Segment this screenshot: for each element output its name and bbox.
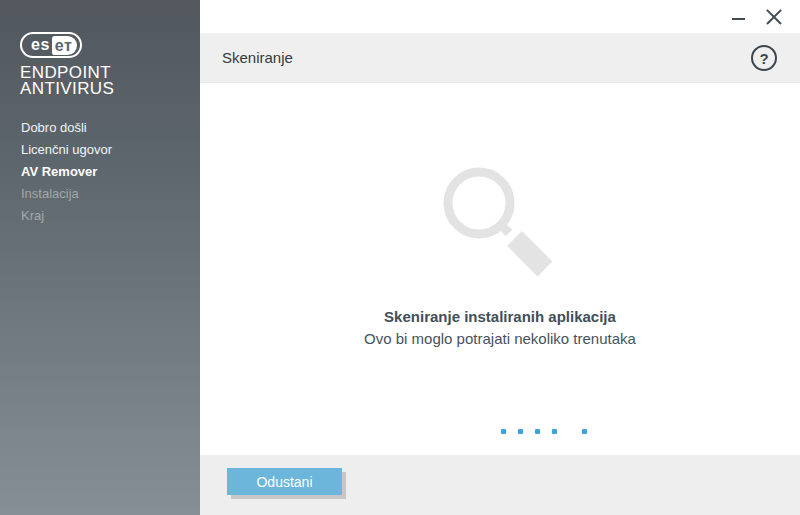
wizard-step-license: Licenčni ugovor xyxy=(0,139,200,161)
titlebar xyxy=(200,0,800,33)
footer-bar: Odustani xyxy=(200,455,800,515)
magnifier-icon xyxy=(434,158,564,288)
close-button[interactable] xyxy=(756,0,792,33)
loader-dot xyxy=(501,429,506,434)
eset-logo: es ет ENDPOINT ANTIVIRUS xyxy=(20,32,114,97)
loader-dot xyxy=(518,429,523,434)
eset-brand-icon: es ет xyxy=(20,32,82,58)
close-icon xyxy=(765,8,783,26)
wizard-step-finish: Kraj xyxy=(0,205,200,227)
wizard-step-av-remover: AV Remover xyxy=(0,161,200,183)
product-name-line2: ANTIVIRUS xyxy=(20,81,114,97)
minimize-button[interactable] xyxy=(720,0,756,33)
page-header: Skeniranje ? xyxy=(200,33,800,83)
help-button[interactable]: ? xyxy=(751,45,777,71)
loader-dot xyxy=(535,429,540,434)
minimize-icon xyxy=(732,18,745,20)
wizard-step-welcome: Dobro došli xyxy=(0,117,200,139)
wizard-step-installation: Instalacija xyxy=(0,183,200,205)
loader-dot xyxy=(552,429,557,434)
wizard-steps: Dobro došli Licenčni ugovor AV Remover I… xyxy=(0,117,200,227)
question-mark-icon: ? xyxy=(759,50,768,67)
page-title: Skeniranje xyxy=(222,33,293,83)
scan-panel: Skeniranje instaliranih aplikacija Ovo b… xyxy=(200,84,800,455)
window-controls xyxy=(720,0,792,33)
eset-brand-right: ет xyxy=(52,36,78,55)
cancel-button[interactable]: Odustani xyxy=(227,468,342,495)
sidebar: es ет ENDPOINT ANTIVIRUS Dobro došli Lic… xyxy=(0,0,200,515)
scan-status-heading: Skeniranje instaliranih aplikacija xyxy=(200,308,800,325)
loader-dot xyxy=(582,429,587,434)
eset-brand-left: es xyxy=(31,35,50,55)
scan-status-subheading: Ovo bi moglo potrajati nekoliko trenutak… xyxy=(200,330,800,347)
loading-dots-indicator xyxy=(501,429,587,434)
